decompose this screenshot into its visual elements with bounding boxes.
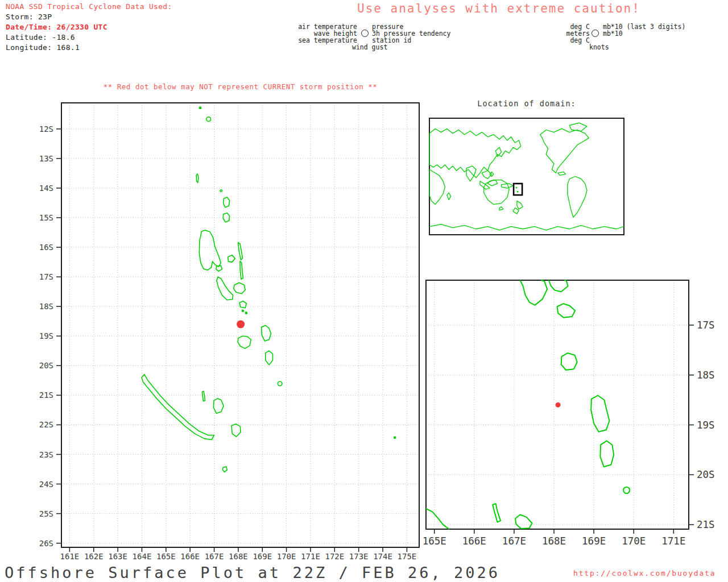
x-tick-label: 165E — [156, 552, 176, 561]
y-tick-label: 12S — [39, 124, 53, 134]
y-tick-label: 15S — [39, 213, 53, 222]
source-url: http://coolwx.com/buoydata — [573, 569, 715, 577]
coastline-cuba — [558, 172, 566, 175]
domain-rectangle — [514, 184, 522, 195]
y-tick-label: 13S — [39, 154, 53, 163]
x-tick-label: 175E — [398, 552, 417, 561]
y-tick-label: 21S — [697, 519, 715, 530]
x-tick-label: 171E — [661, 535, 685, 547]
island-ambae — [228, 255, 235, 263]
storm-position-dot — [556, 402, 561, 408]
surface-plot-canvas: 161E162E163E164E165E166E167E168E169E170E… — [0, 0, 728, 582]
island-torres-sliver — [196, 174, 198, 183]
x-tick-label: 168E — [542, 535, 566, 547]
y-tick-label: 18S — [697, 369, 715, 381]
island-tanna — [266, 351, 273, 365]
coastline-antarctica — [429, 225, 624, 230]
island-tanna — [600, 441, 614, 467]
coastline-speck — [517, 191, 519, 193]
x-tick-label: 174E — [373, 552, 392, 561]
island-motalava-dot — [220, 190, 222, 192]
coastline-new-zealand-south — [513, 208, 519, 214]
x-tick-label: 168E — [229, 552, 248, 561]
island-new-caledonia-coast — [426, 509, 449, 529]
island-pentecost — [240, 261, 243, 280]
x-tick-label: 162E — [84, 552, 104, 561]
y-tick-label: 19S — [697, 419, 715, 431]
island-efate — [561, 353, 577, 370]
x-tick-label: 172E — [325, 552, 344, 561]
main-map: 161E162E163E164E165E166E167E168E169E170E… — [39, 103, 419, 561]
coastline-speck — [516, 187, 518, 189]
y-tick-label: 21S — [39, 390, 53, 400]
x-tick-label: 170E — [277, 552, 296, 561]
coastline-india — [466, 166, 476, 181]
x-tick-label: 161E — [60, 552, 80, 561]
island-nc-sliver — [493, 504, 500, 522]
x-tick-label: 169E — [582, 535, 606, 547]
y-tick-label: 17S — [39, 272, 53, 281]
y-tick-label: 22S — [39, 420, 53, 429]
island-espiritu-santo — [199, 230, 221, 270]
y-tick-label: 24S — [39, 480, 53, 489]
y-tick-label: 19S — [39, 331, 53, 340]
coastline-eurasia — [429, 128, 521, 177]
coastlines — [142, 107, 396, 472]
y-tick-label: 18S — [39, 302, 53, 311]
y-tick-label: 17S — [697, 319, 715, 331]
coastlines — [426, 280, 630, 529]
x-tick-label: 164E — [133, 552, 152, 561]
island-ambrym — [234, 283, 245, 294]
coastline-japan — [495, 147, 501, 156]
island-mare — [515, 515, 532, 529]
world-map-frame — [429, 118, 624, 235]
island-lifou — [213, 398, 224, 413]
island-ambrym-clipped — [549, 280, 568, 292]
y-tick-label: 20S — [697, 469, 715, 480]
plot-title: Offshore Surface Plot at 22Z / FEB 26, 2… — [5, 564, 500, 581]
x-tick-label: 166E — [462, 535, 486, 547]
x-tick-label: 169E — [253, 552, 272, 561]
island-vanua-lava — [224, 197, 230, 207]
x-tick-label: 167E — [502, 535, 526, 547]
x-tick-label: 167E — [205, 552, 224, 561]
y-tick-label: 16S — [39, 243, 53, 252]
island-erromango — [262, 326, 271, 342]
x-tick-label: 163E — [108, 552, 127, 561]
y-tick-label: 25S — [39, 509, 53, 518]
island-maewo — [238, 243, 243, 260]
world-locator-map — [429, 118, 624, 235]
tick-labels: 161E162E163E164E165E166E167E168E169E170E… — [39, 124, 417, 561]
island-new-caledonia — [142, 375, 214, 440]
island-shepherd-dot-1 — [242, 310, 243, 312]
coastline-north-america — [540, 128, 589, 173]
y-tick-label: 20S — [39, 361, 53, 370]
coastline-tasmania — [499, 207, 503, 210]
island-erromango — [591, 396, 609, 432]
island-aniwa-ring — [278, 381, 282, 386]
storm-position-dot — [237, 320, 245, 328]
coastline-south-america — [568, 177, 587, 218]
island-isle-of-pines — [222, 467, 227, 472]
island-santa-cruz-speck — [199, 107, 201, 109]
coastline-greenland — [569, 123, 587, 131]
axis-ticks — [435, 325, 694, 534]
island-epi — [557, 304, 576, 318]
coastline-borneo — [488, 180, 498, 186]
island-efate — [238, 336, 251, 348]
island-aniwa-ring — [623, 487, 630, 493]
island-east-speck — [394, 436, 396, 438]
coastline-madagascar — [447, 193, 451, 199]
coastline-new-zealand-north — [517, 201, 523, 209]
axis-ticks — [56, 129, 407, 552]
island-nc-sliver — [202, 391, 205, 401]
y-tick-label: 26S — [39, 539, 53, 548]
island-santa-cruz-ring — [206, 117, 211, 122]
island-epi — [239, 301, 246, 308]
x-tick-label: 173E — [349, 552, 369, 561]
x-tick-label: 171E — [301, 552, 320, 561]
inset-zoom-map: 165E166E167E168E169E170E171E17S18S19S20S… — [423, 280, 715, 547]
coastline-africa — [429, 169, 445, 205]
y-tick-label: 23S — [39, 450, 53, 459]
island-malakula-clipped — [520, 280, 548, 305]
